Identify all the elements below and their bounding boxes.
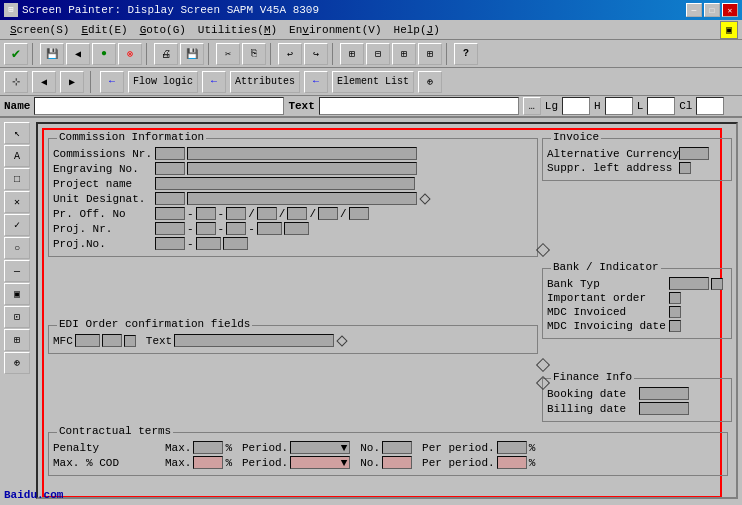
attr-arrow[interactable]: ← <box>202 71 226 93</box>
tool-circle[interactable]: ○ <box>4 237 30 259</box>
elem-arrow[interactable]: ← <box>304 71 328 93</box>
input-projno3[interactable] <box>223 237 248 250</box>
input-proff7[interactable] <box>349 207 369 220</box>
input-period2[interactable]: ▼ <box>290 456 350 469</box>
input-commissions-nr2[interactable] <box>187 147 417 160</box>
input-proff5[interactable] <box>287 207 307 220</box>
save-button[interactable]: 💾 <box>40 43 64 65</box>
menu-edit[interactable]: Edit(E) <box>75 22 133 38</box>
minimize-button[interactable]: ─ <box>686 3 702 17</box>
input-proff[interactable] <box>155 207 185 220</box>
maximize-button[interactable]: □ <box>704 3 720 17</box>
forward-button[interactable]: ● <box>92 43 116 65</box>
check-button[interactable]: ✔ <box>4 43 28 65</box>
input-penalty-max[interactable] <box>193 441 223 454</box>
input-proff4[interactable] <box>257 207 277 220</box>
cl-input[interactable] <box>696 97 724 115</box>
print-button[interactable]: 🖨 <box>154 43 178 65</box>
input-unit[interactable] <box>155 192 185 205</box>
tool-text[interactable]: A <box>4 145 30 167</box>
move-left[interactable]: ◀ <box>32 71 56 93</box>
flow-logic-button[interactable]: Flow logic <box>128 71 198 93</box>
label-max: Max. <box>165 442 191 454</box>
input-projno[interactable] <box>155 237 185 250</box>
l-input[interactable] <box>647 97 675 115</box>
input-proff2[interactable] <box>196 207 216 220</box>
menu-screen[interactable]: Screen(S) <box>4 22 75 38</box>
stop-button[interactable]: ⊗ <box>118 43 142 65</box>
menu-help[interactable]: Help(J) <box>388 22 446 38</box>
back-button[interactable]: ◀ <box>66 43 90 65</box>
dots-button[interactable]: … <box>523 97 541 115</box>
tool-cross[interactable]: ✕ <box>4 191 30 213</box>
extra-button[interactable]: ⊕ <box>418 71 442 93</box>
input-projnr[interactable] <box>155 222 185 235</box>
row-projno: Proj.No. - <box>53 237 533 250</box>
input-projnr4[interactable] <box>257 222 282 235</box>
grid4-button[interactable]: ⊞ <box>418 43 442 65</box>
move-right[interactable]: ▶ <box>60 71 84 93</box>
menu-goto[interactable]: Goto(G) <box>134 22 192 38</box>
input-project[interactable] <box>155 177 415 190</box>
input-bank-typ[interactable] <box>669 277 709 290</box>
menu-environment[interactable]: Environment(V) <box>283 22 387 38</box>
input-max-cod[interactable] <box>193 456 223 469</box>
input-mfc2[interactable] <box>102 334 122 347</box>
input-alt-currency[interactable] <box>679 147 709 160</box>
input-engraving2[interactable] <box>187 162 417 175</box>
input-period[interactable]: ▼ <box>290 441 350 454</box>
input-mfc[interactable] <box>75 334 100 347</box>
tool-extra[interactable]: ⊕ <box>4 352 30 374</box>
redo-button[interactable]: ↪ <box>304 43 328 65</box>
input-commissions-nr[interactable] <box>155 147 185 160</box>
tool-frame[interactable]: ▣ <box>4 283 30 305</box>
input-projnr2[interactable] <box>196 222 216 235</box>
chk-important-order[interactable] <box>669 292 681 304</box>
undo-button[interactable]: ↩ <box>278 43 302 65</box>
copy-button[interactable]: ⎘ <box>242 43 266 65</box>
chk-suppr[interactable] <box>679 162 691 174</box>
back-arrow[interactable]: ← <box>100 71 124 93</box>
help2-button[interactable]: ? <box>454 43 478 65</box>
input-per-period2[interactable] <box>497 456 527 469</box>
input-proff3[interactable] <box>226 207 246 220</box>
tool-box[interactable]: □ <box>4 168 30 190</box>
input-unit2[interactable] <box>187 192 417 205</box>
name-input[interactable] <box>34 97 284 115</box>
input-billing[interactable] <box>639 402 689 415</box>
chk-bank-typ[interactable] <box>711 278 723 290</box>
element-list-button[interactable]: Element List <box>332 71 414 93</box>
input-proff6[interactable] <box>318 207 338 220</box>
lg-input[interactable] <box>562 97 590 115</box>
chk-mfc[interactable] <box>124 335 136 347</box>
input-per-period[interactable] <box>497 441 527 454</box>
input-projno2[interactable] <box>196 237 221 250</box>
chk-mdc-invoicing[interactable] <box>669 320 681 332</box>
tool-line[interactable]: — <box>4 260 30 282</box>
grid2-button[interactable]: ⊟ <box>366 43 390 65</box>
tool-table[interactable]: ⊞ <box>4 329 30 351</box>
tool-checkmark[interactable]: ✓ <box>4 214 30 236</box>
input-text[interactable] <box>174 334 334 347</box>
tool-arrow[interactable]: ↖ <box>4 122 30 144</box>
input-engraving[interactable] <box>155 162 185 175</box>
grid-button[interactable]: ⊞ <box>340 43 364 65</box>
menu-utilities[interactable]: Utilities(M) <box>192 22 283 38</box>
cut-button[interactable]: ✂ <box>216 43 240 65</box>
color-button[interactable]: ▣ <box>720 21 738 39</box>
grid3-button[interactable]: ⊞ <box>392 43 416 65</box>
floppy-button[interactable]: 💾 <box>180 43 204 65</box>
input-projnr5[interactable] <box>284 222 309 235</box>
text-input[interactable] <box>319 97 519 115</box>
input-booking[interactable] <box>639 387 689 400</box>
attributes-button[interactable]: Attributes <box>230 71 300 93</box>
cursor-tool[interactable]: ⊹ <box>4 71 28 93</box>
tool-subscreen[interactable]: ⊡ <box>4 306 30 328</box>
close-button[interactable]: ✕ <box>722 3 738 17</box>
h-input[interactable] <box>605 97 633 115</box>
canvas-area[interactable]: Commission Information Commissions Nr. E… <box>36 122 738 499</box>
chk-mdc-invoiced[interactable] <box>669 306 681 318</box>
input-no[interactable] <box>382 441 412 454</box>
input-no2[interactable] <box>382 456 412 469</box>
input-projnr3[interactable] <box>226 222 246 235</box>
